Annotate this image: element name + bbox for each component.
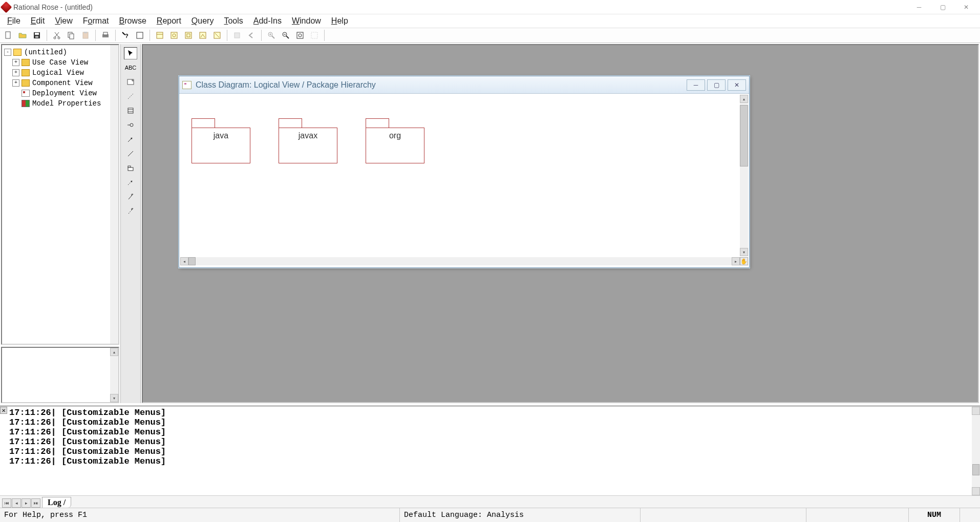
- log-output[interactable]: 17:11:26| [Customizable Menus] 17:11:26|…: [0, 407, 980, 495]
- documentation-panel[interactable]: ▴ ▾: [1, 347, 119, 403]
- tab-nav-last[interactable]: ⏭: [31, 498, 40, 508]
- zoom-in-button[interactable]: [265, 29, 278, 41]
- expand-icon[interactable]: +: [12, 59, 19, 66]
- scroll-up-icon[interactable]: [972, 407, 980, 415]
- menu-format[interactable]: Format: [78, 15, 114, 27]
- dependency-tool[interactable]: [124, 176, 137, 189]
- svg-line-45: [128, 181, 132, 185]
- diagram-5-button[interactable]: [211, 29, 223, 41]
- nav-up-button[interactable]: [231, 29, 243, 41]
- mdi-close-button[interactable]: ✕: [728, 79, 746, 91]
- menu-browse[interactable]: Browse: [114, 15, 151, 27]
- model-browser[interactable]: - (untitled) + Use Case View + Logical V…: [1, 44, 119, 345]
- tree-item-label: Model Properties: [32, 99, 101, 108]
- status-grip: [960, 508, 980, 522]
- tree-item-usecase[interactable]: + Use Case View: [12, 57, 116, 68]
- open-button[interactable]: [16, 29, 29, 41]
- scroll-down-icon[interactable]: ▾: [110, 394, 118, 402]
- log-scrollbar[interactable]: [972, 407, 980, 495]
- class-diagram-window[interactable]: Class Diagram: Logical View / Package Hi…: [179, 76, 750, 268]
- menu-tools[interactable]: Tools: [219, 15, 248, 27]
- canvas-hscrollbar[interactable]: ◂ ▸: [180, 257, 740, 265]
- browser-scrollbar[interactable]: [110, 45, 118, 344]
- association-tool[interactable]: [124, 148, 137, 160]
- scroll-up-icon[interactable]: ▴: [110, 348, 118, 356]
- expand-icon[interactable]: +: [12, 79, 19, 87]
- scroll-down-icon[interactable]: [972, 487, 980, 495]
- folder-icon: [13, 49, 22, 56]
- copy-button[interactable]: [65, 29, 77, 41]
- menu-query[interactable]: Query: [186, 15, 219, 27]
- tab-nav-next[interactable]: ▸: [22, 498, 31, 508]
- tab-nav-first[interactable]: ⏮: [2, 498, 11, 508]
- diagram-canvas[interactable]: java javax org: [180, 95, 740, 256]
- browse-class-button[interactable]: [134, 29, 146, 41]
- new-button[interactable]: [2, 29, 14, 41]
- zoom-fit-button[interactable]: [294, 29, 306, 41]
- menu-addins[interactable]: Add-Ins: [248, 15, 287, 27]
- mdi-minimize-button[interactable]: ─: [687, 79, 705, 91]
- diagram-1-button[interactable]: [154, 29, 166, 41]
- collapse-icon[interactable]: -: [4, 49, 11, 56]
- canvas-vscrollbar[interactable]: ▴ ▾: [740, 95, 748, 256]
- scroll-down-icon[interactable]: ▾: [740, 248, 748, 256]
- minimize-button[interactable]: ─: [907, 0, 931, 14]
- zoom-select-button[interactable]: [308, 29, 321, 41]
- doc-scrollbar[interactable]: ▴ ▾: [110, 348, 118, 402]
- menu-help[interactable]: Help: [326, 15, 353, 27]
- tree-item-logical[interactable]: + Logical View: [12, 68, 116, 78]
- text-tool[interactable]: ABC: [124, 61, 137, 74]
- svg-point-39: [130, 123, 133, 127]
- context-help-button[interactable]: ?: [119, 29, 132, 41]
- scroll-right-icon[interactable]: ▸: [732, 257, 740, 265]
- note-tool[interactable]: [124, 76, 137, 88]
- scroll-left-icon[interactable]: ◂: [180, 257, 188, 265]
- cut-button[interactable]: [51, 29, 63, 41]
- svg-rect-44: [128, 168, 133, 171]
- interface-tool[interactable]: [124, 119, 137, 131]
- expand-icon[interactable]: +: [12, 69, 19, 76]
- menu-file[interactable]: File: [2, 15, 26, 27]
- scroll-thumb[interactable]: [740, 105, 748, 166]
- scroll-thumb[interactable]: [188, 257, 196, 265]
- realize-tool[interactable]: [124, 205, 137, 217]
- diagram-4-button[interactable]: [197, 29, 209, 41]
- pointer-tool[interactable]: [124, 47, 137, 59]
- mdi-workspace: Class Diagram: Logical View / Package Hi…: [142, 44, 979, 403]
- class-tool[interactable]: [124, 105, 137, 117]
- zoom-out-button[interactable]: [280, 29, 292, 41]
- tree-item-deployment[interactable]: Deployment View: [12, 88, 116, 98]
- mdi-maximize-button[interactable]: ▢: [707, 79, 726, 91]
- svg-line-35: [128, 94, 133, 99]
- package-tool[interactable]: [124, 162, 137, 174]
- menu-report[interactable]: Report: [152, 15, 186, 27]
- close-button[interactable]: ✕: [954, 0, 978, 14]
- scroll-up-icon[interactable]: ▴: [740, 95, 748, 103]
- print-button[interactable]: [99, 29, 112, 41]
- save-button[interactable]: [31, 29, 43, 41]
- tree-item-component[interactable]: + Component View: [12, 78, 116, 88]
- paste-button[interactable]: [79, 29, 92, 41]
- diagram-2-button[interactable]: [168, 29, 180, 41]
- pan-hand-icon[interactable]: ✋: [740, 257, 748, 265]
- log-tab[interactable]: Log /: [42, 497, 71, 508]
- diagram-titlebar[interactable]: Class Diagram: Logical View / Package Hi…: [179, 76, 749, 94]
- tab-nav-prev[interactable]: ◂: [12, 498, 21, 508]
- menu-view[interactable]: View: [50, 15, 77, 27]
- log-close-button[interactable]: ✕: [0, 407, 7, 414]
- menu-edit[interactable]: Edit: [26, 15, 50, 27]
- maximize-button[interactable]: ▢: [931, 0, 954, 14]
- generalization-tool[interactable]: [124, 191, 137, 203]
- package-org[interactable]: org: [366, 118, 424, 163]
- unidir-assoc-tool[interactable]: [124, 133, 137, 145]
- menu-window[interactable]: Window: [287, 15, 326, 27]
- diagram-icon: [22, 90, 30, 97]
- package-javax[interactable]: javax: [279, 118, 337, 163]
- diagram-3-button[interactable]: [182, 29, 195, 41]
- tree-root[interactable]: - (untitled): [4, 47, 116, 57]
- anchor-tool[interactable]: [124, 90, 137, 102]
- tree-item-properties[interactable]: Model Properties: [12, 98, 116, 109]
- package-java[interactable]: java: [191, 118, 250, 163]
- nav-back-button[interactable]: [245, 29, 258, 41]
- scroll-thumb[interactable]: [972, 464, 979, 475]
